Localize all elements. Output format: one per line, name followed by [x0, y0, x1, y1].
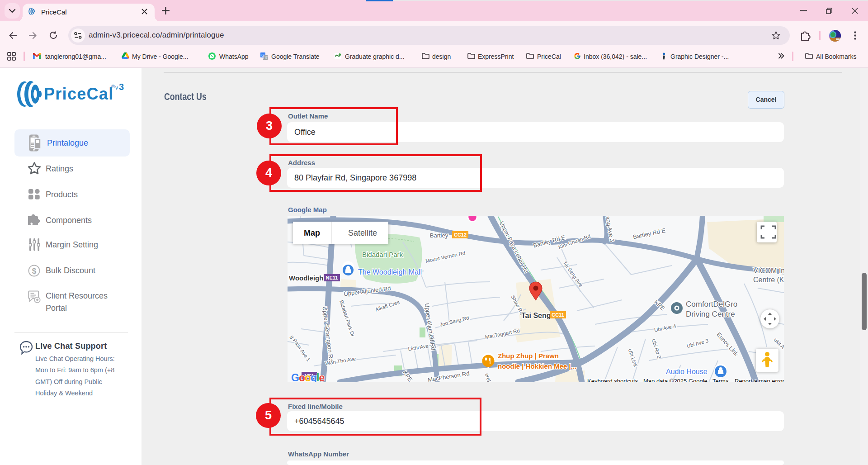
svg-text:VICOM In: VICOM In [753, 267, 784, 275]
svg-text:CC11: CC11 [552, 312, 564, 318]
svg-text:PriceCal: PriceCal [44, 85, 114, 103]
svg-text:The Woodleigh Mall: The Woodleigh Mall [358, 268, 422, 276]
svg-text:Keyboard shortcuts: Keyboard shortcuts [587, 378, 638, 382]
svg-text:Satellite: Satellite [348, 228, 377, 237]
svg-text:®: ® [111, 84, 115, 89]
svg-text:CC12: CC12 [454, 232, 467, 237]
svg-text:ComfortDelGro: ComfortDelGro [686, 300, 737, 308]
svg-text:noodle | Hokkien Mee |...: noodle | Hokkien Mee |... [498, 362, 576, 370]
svg-text:Tai Seng: Tai Seng [521, 312, 551, 319]
svg-text:3: 3 [119, 82, 124, 92]
svg-text:文: 文 [264, 56, 268, 60]
svg-text:Map: Map [304, 228, 320, 237]
svg-text:v: v [115, 85, 118, 91]
svg-text:Bartley: Bartley [430, 232, 448, 239]
svg-text:Google: Google [291, 372, 324, 382]
svg-text:Terms: Terms [712, 378, 729, 382]
svg-text:Zhup Zhup | Prawn: Zhup Zhup | Prawn [498, 352, 559, 360]
svg-text:Map data ©2025 Google: Map data ©2025 Google [643, 378, 708, 382]
svg-text:Report a map error: Report a map error [735, 378, 784, 382]
svg-text:Bidadari Park: Bidadari Park [362, 251, 403, 258]
svg-text:$: $ [32, 267, 37, 275]
svg-text:Centre (K: Centre (K [753, 276, 784, 284]
svg-text:NE11: NE11 [326, 275, 338, 280]
svg-text:Driving Centre: Driving Centre [686, 310, 735, 318]
svg-text:Audio House: Audio House [666, 368, 708, 375]
svg-text:Woodleigh: Woodleigh [289, 274, 323, 282]
